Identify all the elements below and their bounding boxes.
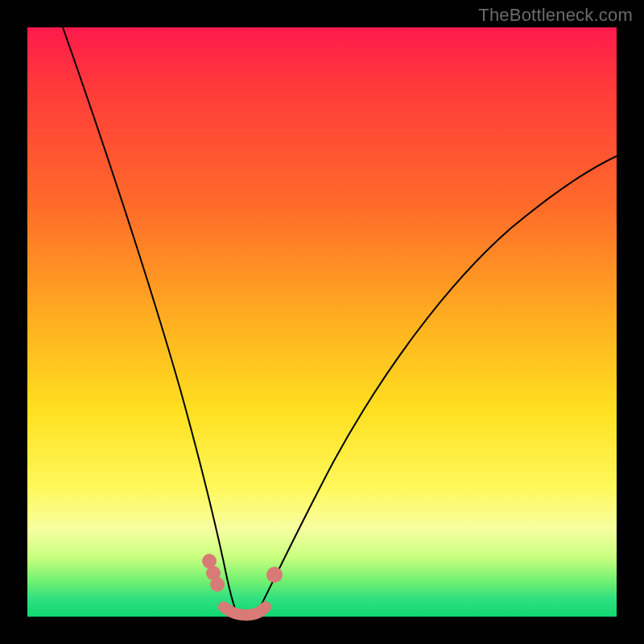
right-curve — [256, 156, 617, 615]
plot-area — [27, 27, 617, 617]
marker-dot — [210, 577, 225, 592]
curves-svg — [27, 27, 617, 617]
watermark-text: TheBottleneck.com — [478, 5, 633, 26]
left-curve — [63, 27, 238, 617]
marker-dot — [266, 567, 283, 583]
marker-trail — [224, 607, 266, 615]
chart-frame: TheBottleneck.com — [0, 0, 644, 644]
